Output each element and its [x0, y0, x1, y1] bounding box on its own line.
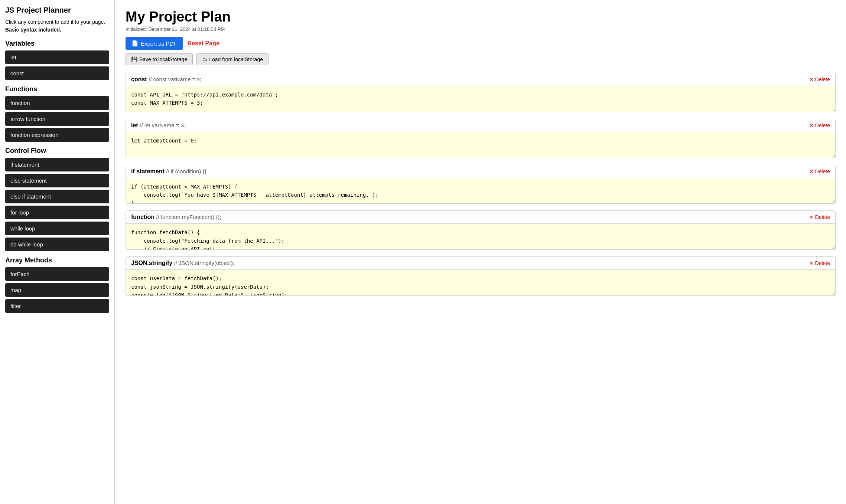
code-block-header-block-json: JSON.stringify // JSON.stringify(object)…: [126, 257, 835, 270]
code-block-header-block-if: if statement // if (condition) {}✕ Delet…: [126, 165, 835, 178]
sidebar-item-do-while-loop[interactable]: do while loop: [5, 238, 109, 251]
load-label: Load from localStorage: [209, 56, 263, 62]
export-pdf-button[interactable]: 📄 Export as PDF: [126, 37, 183, 50]
code-blocks-container: const // const varName = x;✕ Deletelet /…: [126, 73, 836, 296]
sidebar-item-filter[interactable]: filter: [5, 299, 109, 313]
sidebar-section-title-functions: Functions: [5, 85, 109, 93]
block-title-block-const: const // const varName = x;: [131, 76, 201, 83]
toolbar: 📄 Export as PDF Reset Page: [126, 37, 836, 50]
initialized-text: Initialized: December 21, 2024 at 01:28:…: [126, 26, 836, 32]
sidebar-item-for-loop[interactable]: for loop: [5, 206, 109, 219]
delete-button-block-let[interactable]: ✕ Delete: [809, 122, 830, 128]
block-title-block-function: function // function myFunction() {};: [131, 214, 221, 220]
save-icon: 💾: [131, 56, 137, 62]
load-storage-button[interactable]: 🗂 Load from localStorage: [196, 53, 269, 65]
sidebar-item-map[interactable]: map: [5, 283, 109, 297]
delete-button-block-const[interactable]: ✕ Delete: [809, 76, 830, 82]
code-block-block-if: if statement // if (condition) {}✕ Delet…: [126, 165, 836, 204]
sidebar-item-else-if-statement[interactable]: else if statement: [5, 190, 109, 203]
export-icon: 📄: [131, 40, 139, 47]
sidebar-title: JS Project Planner: [5, 6, 109, 14]
code-textarea-block-json[interactable]: [126, 270, 835, 295]
sidebar-item-foreach[interactable]: forEach: [5, 267, 109, 281]
sidebar-item-while-loop[interactable]: while loop: [5, 222, 109, 235]
code-textarea-block-function[interactable]: [126, 224, 835, 249]
delete-button-block-if[interactable]: ✕ Delete: [809, 168, 830, 174]
code-block-header-block-function: function // function myFunction() {};✕ D…: [126, 211, 835, 224]
block-title-block-let: let // let varName = X;: [131, 122, 186, 129]
code-textarea-block-if[interactable]: [126, 178, 835, 204]
code-block-block-const: const // const varName = x;✕ Delete: [126, 73, 836, 112]
save-label: Save to localStorage: [139, 56, 187, 62]
sidebar-section-title-control-flow: Control Flow: [5, 147, 109, 155]
sidebar: JS Project Planner Click any component t…: [0, 0, 115, 504]
code-block-block-let: let // let varName = X;✕ Delete: [126, 119, 836, 158]
sidebar-item-arrow-function[interactable]: arrow function: [5, 112, 109, 126]
delete-button-block-function[interactable]: ✕ Delete: [809, 214, 830, 220]
sidebar-item-function-expression[interactable]: function expression: [5, 128, 109, 142]
storage-row: 💾 Save to localStorage 🗂 Load from local…: [126, 53, 836, 65]
code-block-block-function: function // function myFunction() {};✕ D…: [126, 210, 836, 250]
save-storage-button[interactable]: 💾 Save to localStorage: [126, 53, 193, 65]
sidebar-item-else-statement[interactable]: else statement: [5, 174, 109, 187]
export-label: Export as PDF: [141, 40, 177, 47]
sidebar-item-const[interactable]: const: [5, 66, 109, 80]
code-block-header-block-const: const // const varName = x;✕ Delete: [126, 73, 835, 86]
block-title-block-json: JSON.stringify // JSON.stringify(object)…: [131, 260, 234, 266]
page-title: My Project Plan: [126, 9, 836, 25]
sidebar-item-let[interactable]: let: [5, 50, 109, 64]
code-block-header-block-let: let // let varName = X;✕ Delete: [126, 119, 835, 132]
delete-button-block-json[interactable]: ✕ Delete: [809, 260, 830, 266]
code-textarea-block-let[interactable]: [126, 132, 835, 158]
load-icon: 🗂: [202, 56, 207, 62]
main-content: My Project Plan Initialized: December 21…: [115, 0, 846, 504]
code-block-block-json: JSON.stringify // JSON.stringify(object)…: [126, 256, 836, 296]
sidebar-intro: Click any component to add it to your pa…: [5, 18, 109, 34]
sidebar-item-if-statement[interactable]: if statement: [5, 158, 109, 171]
sidebar-section-title-array-methods: Array Methods: [5, 256, 109, 264]
sidebar-item-function[interactable]: function: [5, 96, 109, 110]
block-title-block-if: if statement // if (condition) {}: [131, 168, 206, 175]
code-textarea-block-const[interactable]: [126, 86, 835, 112]
sidebar-sections: VariablesletconstFunctionsfunctionarrow …: [5, 40, 109, 313]
sidebar-section-title-variables: Variables: [5, 40, 109, 48]
reset-page-button[interactable]: Reset Page: [188, 40, 219, 47]
